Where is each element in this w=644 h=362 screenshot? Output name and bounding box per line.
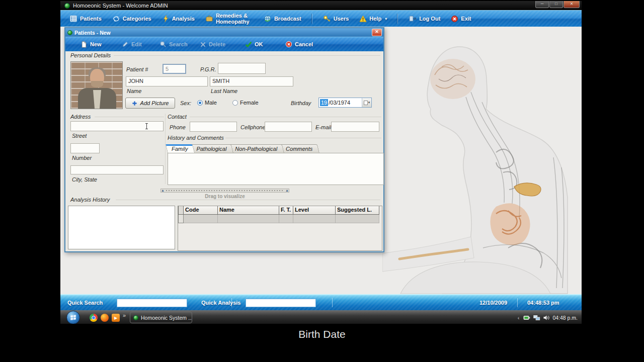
divider xyxy=(190,117,381,117)
dialog-icon xyxy=(67,30,72,35)
arrow-up-icon: ▲ xyxy=(285,189,289,192)
cellphone-field[interactable] xyxy=(265,122,312,132)
sex-female-radio[interactable]: Female xyxy=(232,100,259,106)
date-day-segment[interactable]: 19 xyxy=(320,99,328,106)
text-cursor xyxy=(145,123,148,129)
statusbar-separator xyxy=(517,298,518,307)
sex-male-radio[interactable]: Male xyxy=(197,100,217,106)
quick-launch-overflow[interactable]: » xyxy=(123,312,126,318)
plus-icon xyxy=(132,101,137,106)
last-name-field[interactable]: SMITH xyxy=(210,76,293,86)
tab-family[interactable]: Family xyxy=(168,144,195,153)
speaker-icon[interactable] xyxy=(543,314,550,321)
analysis-icon xyxy=(162,15,170,23)
dialog-close-icon[interactable]: ✕ xyxy=(372,29,382,36)
tab-comments[interactable]: Comments xyxy=(282,144,319,153)
city-state-field[interactable] xyxy=(70,165,164,174)
toolbar-separator xyxy=(397,14,398,24)
logout-icon xyxy=(409,15,417,23)
toolbar-item-patients[interactable]: Patients xyxy=(69,15,102,23)
toolbar-item-categories[interactable]: Categories xyxy=(112,15,151,23)
email-field[interactable] xyxy=(331,122,379,132)
first-name-label: Name xyxy=(127,88,141,94)
app-window: Homoeonic System - Welcome ADMIN ─ □ ✕ P… xyxy=(60,1,582,325)
edit-button: Edit xyxy=(122,37,142,51)
client-area: Patients - New ✕ New Edit Search xyxy=(60,27,582,294)
check-icon xyxy=(245,41,252,48)
grid-empty-row[interactable] xyxy=(178,215,382,223)
history-text-area[interactable] xyxy=(168,153,384,185)
birthday-label: Birthday xyxy=(291,100,311,106)
quick-analysis-label: Quick Analysis xyxy=(201,300,240,306)
toolbar-item-broadcast[interactable]: Broadcast xyxy=(264,15,301,23)
analysis-history-label: Analysis History xyxy=(70,197,110,203)
analysis-grid[interactable]: Code Name F. T. Level Suggested L. xyxy=(178,206,382,251)
battery-icon[interactable] xyxy=(523,314,531,321)
dialog-toolbar: New Edit Search Delete xyxy=(65,37,383,51)
sex-label: Sex: xyxy=(180,100,191,106)
firefox-icon[interactable] xyxy=(101,314,109,322)
tab-pathological[interactable]: Pathological xyxy=(192,144,233,153)
status-date: 12/10/2009 xyxy=(479,300,507,306)
patients-dialog: Patients - New ✕ New Edit Search xyxy=(64,27,384,252)
new-button[interactable]: New xyxy=(80,37,102,51)
date-picker-dropdown[interactable]: ▾ xyxy=(362,98,371,107)
taskbar-app-button[interactable]: Homoeonic System ... xyxy=(130,312,192,323)
toolbar-item-analysis[interactable]: Analysis xyxy=(162,15,195,23)
close-button[interactable]: ✕ xyxy=(564,1,580,8)
grid-header-row: Code Name F. T. Level Suggested L. xyxy=(178,206,382,215)
divider xyxy=(225,138,381,138)
last-name-label: Last Name xyxy=(211,88,237,94)
date-rest-segment[interactable]: /03/1974 xyxy=(328,99,351,106)
search-button: Search xyxy=(159,37,188,51)
start-button[interactable] xyxy=(66,311,80,324)
city-state-label: City, State xyxy=(72,176,97,183)
app-title: Homoeonic System - Welcome ADMIN xyxy=(73,3,168,9)
address-label: Address xyxy=(70,114,91,120)
pgr-field[interactable] xyxy=(218,63,266,74)
maximize-button[interactable]: □ xyxy=(549,1,563,8)
toolbar-item-users[interactable]: Users xyxy=(323,15,349,23)
quick-search-input[interactable] xyxy=(117,299,187,307)
tray-expand-chevron[interactable]: ‹ xyxy=(518,315,520,321)
toolbar-separator xyxy=(312,14,312,24)
toolbar-item-logout[interactable]: Log Out xyxy=(409,15,440,23)
column-header-suggested[interactable]: Suggested L. xyxy=(336,206,379,215)
chrome-icon[interactable] xyxy=(90,314,98,322)
cancel-button[interactable]: Cancel xyxy=(285,37,313,51)
analysis-history-list[interactable] xyxy=(68,206,175,249)
phone-field[interactable] xyxy=(190,122,237,132)
radio-dot-icon xyxy=(197,100,203,106)
add-picture-button[interactable]: Add Picture xyxy=(125,98,175,109)
help-icon xyxy=(359,15,367,23)
divider xyxy=(116,200,380,200)
categories-icon xyxy=(112,15,120,23)
number-field[interactable] xyxy=(70,143,100,153)
tab-non-pathological[interactable]: Non-Pathological xyxy=(231,144,284,153)
toolbar-item-help[interactable]: Help ▾ xyxy=(359,15,387,23)
column-header-ft[interactable]: F. T. xyxy=(279,206,293,215)
street-field[interactable] xyxy=(70,121,164,131)
first-name-field[interactable]: JOHN xyxy=(126,76,208,86)
drag-splitter-handle[interactable]: ▲ ▲ xyxy=(160,189,289,193)
column-header-code[interactable]: Code xyxy=(184,206,218,215)
tray-clock[interactable]: 04:48 p.m. xyxy=(552,315,578,321)
patient-number-field[interactable]: 5 xyxy=(163,64,186,74)
column-header-name[interactable]: Name xyxy=(218,206,279,215)
birthday-date-field[interactable]: 19 /03/1974 ▾ xyxy=(318,98,372,108)
divider xyxy=(95,117,164,117)
dialog-body: Personal Details Patient # 5 P.G.R. JOHN xyxy=(65,51,383,251)
minimize-button[interactable]: ─ xyxy=(535,1,549,8)
app-titlebar: Homoeonic System - Welcome ADMIN ─ □ ✕ xyxy=(60,1,582,10)
quick-analysis-input[interactable] xyxy=(246,299,316,307)
ok-button[interactable]: OK xyxy=(245,37,263,51)
column-header-level[interactable]: Level xyxy=(293,206,336,215)
media-player-icon[interactable]: ▶ xyxy=(112,314,120,322)
contact-label: Contact xyxy=(168,114,187,120)
toolbar-item-exit[interactable]: Exit xyxy=(451,15,471,23)
toolbar-item-remedies[interactable]: Remedies & Homeopathy xyxy=(205,13,253,25)
broadcast-icon xyxy=(264,15,272,23)
cellphone-label: Cellphone xyxy=(240,124,266,130)
new-document-icon xyxy=(80,41,88,48)
network-icon[interactable] xyxy=(533,314,540,321)
